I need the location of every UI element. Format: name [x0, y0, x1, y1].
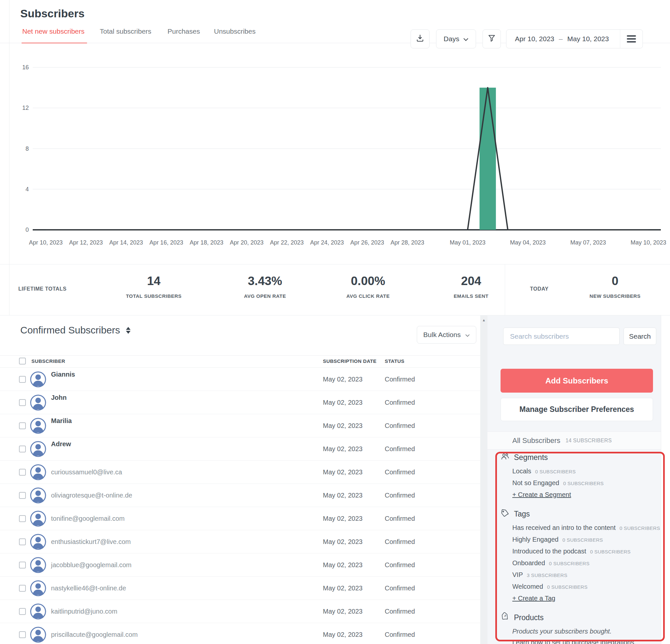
all-subscribers-label: All Subscribers — [512, 436, 560, 445]
select-all-checkbox[interactable] — [19, 358, 26, 365]
table-row[interactable]: JohnMay 02, 2023Confirmed — [0, 391, 480, 414]
table-row[interactable]: MariliaMay 02, 2023Confirmed — [0, 414, 480, 437]
table-row[interactable]: oliviagrotesque@t-online.deMay 02, 2023C… — [0, 484, 480, 507]
avatar — [30, 534, 46, 550]
tag-item[interactable]: VIP3 SUBSCRIBERS — [512, 569, 651, 581]
row-checkbox[interactable] — [19, 422, 26, 429]
subscription-date: May 02, 2023 — [323, 484, 362, 507]
subscriber-name[interactable]: Giannis — [51, 368, 75, 391]
tab-net-new-subscribers[interactable]: Net new subscribers — [22, 27, 84, 43]
tags-list: Has received an intro to the content0 SU… — [500, 522, 651, 593]
stat-value: 0.00% — [319, 274, 417, 288]
row-checkbox[interactable] — [19, 538, 26, 545]
stat-value: 3.43% — [216, 274, 314, 288]
table-row[interactable]: curioussamuel0@live.caMay 02, 2023Confir… — [0, 461, 480, 484]
x-axis-tick: May 07, 2023 — [570, 239, 606, 246]
tab-purchases[interactable]: Purchases — [168, 27, 200, 43]
subscriber-name[interactable]: priscillacute@googlemail.com — [51, 623, 138, 644]
col-subscriber: SUBSCRIBER — [31, 358, 65, 364]
download-button[interactable] — [411, 29, 430, 49]
table-row[interactable]: AdrewMay 02, 2023Confirmed — [0, 437, 480, 461]
tag-item-label[interactable]: Introduced to the podcast — [512, 548, 586, 555]
subscriber-name[interactable]: John — [51, 391, 67, 414]
row-checkbox[interactable] — [19, 492, 26, 499]
subscriber-name[interactable]: Marilia — [51, 414, 72, 437]
add-subscribers-button[interactable]: Add Subscribers — [500, 369, 653, 393]
table-row[interactable]: tonifine@googlemail.comMay 02, 2023Confi… — [0, 507, 480, 530]
status-value: Confirmed — [385, 553, 415, 577]
status-value: Confirmed — [385, 507, 415, 530]
interval-dropdown[interactable]: Days — [436, 29, 476, 49]
tag-item[interactable]: Has received an intro to the content0 SU… — [512, 522, 651, 534]
table-row[interactable]: kaitlinputrid@juno.comMay 02, 2023Confir… — [0, 600, 480, 623]
today-label: TODAY — [530, 286, 549, 292]
table-row[interactable]: nastykellie46@t-online.deMay 02, 2023Con… — [0, 577, 480, 600]
segment-item[interactable]: Not so Engaged0 SUBSCRIBERS — [512, 477, 651, 489]
row-checkbox[interactable] — [19, 515, 26, 522]
create-tag-link[interactable]: + Create a Tag — [512, 593, 555, 604]
table-scrollbar[interactable]: ▲ — [480, 315, 487, 644]
filter-button[interactable] — [483, 29, 501, 49]
tag-item-label[interactable]: Highly Engaged — [512, 536, 559, 543]
sort-icon[interactable] — [126, 327, 131, 334]
subscriber-name[interactable]: tonifine@googlemail.com — [51, 507, 125, 530]
subscriber-name[interactable]: jacobblue@googlemail.com — [51, 553, 132, 577]
all-subscribers-item[interactable]: All Subscribers 14 SUBSCRIBERS — [487, 431, 661, 450]
bulk-actions-dropdown[interactable]: Bulk Actions — [417, 326, 476, 344]
table-row[interactable]: GiannisMay 02, 2023Confirmed — [0, 368, 480, 391]
tag-item-label[interactable]: VIP — [512, 571, 523, 578]
row-checkbox[interactable] — [19, 608, 26, 615]
purchase-integrations-link[interactable]: Learn how to set up purchase integration… — [512, 639, 636, 644]
date-range-picker[interactable]: Apr 10, 2023 – May 10, 2023 — [506, 29, 643, 49]
row-checkbox[interactable] — [19, 631, 26, 638]
row-checkbox[interactable] — [19, 469, 26, 476]
products-section: $ Products Products your subscribers bou… — [500, 612, 651, 644]
create-segment-link[interactable]: + Create a Segment — [512, 489, 571, 500]
row-checkbox[interactable] — [19, 446, 26, 452]
subscriber-name[interactable]: Adrew — [51, 437, 71, 461]
avatar — [30, 511, 46, 526]
chart-bar[interactable] — [480, 87, 496, 230]
manage-subscriber-preferences-button[interactable]: Manage Subscriber Preferences — [500, 398, 653, 421]
stat-total-subscribers: 14 TOTAL SUBSCRIBERS — [105, 274, 203, 299]
page-scrollbar[interactable] — [661, 315, 670, 644]
x-axis-tick: Apr 16, 2023 — [149, 239, 183, 246]
products-title: Products — [514, 613, 544, 622]
row-checkbox[interactable] — [19, 376, 26, 383]
scroll-up-icon[interactable]: ▲ — [480, 318, 487, 322]
search-input[interactable] — [503, 328, 620, 345]
tag-item[interactable]: Welcomed0 SUBSCRIBERS — [512, 581, 651, 593]
avatar — [30, 603, 46, 619]
avatar — [30, 557, 46, 573]
row-checkbox[interactable] — [19, 585, 26, 592]
tag-item-label[interactable]: Onboarded — [512, 559, 545, 566]
tab-total-subscribers[interactable]: Total subscribers — [100, 27, 151, 43]
tag-item[interactable]: Onboarded0 SUBSCRIBERS — [512, 557, 651, 569]
subscriber-name[interactable]: nastykellie46@t-online.de — [51, 577, 126, 600]
search-button[interactable]: Search — [624, 328, 656, 345]
row-checkbox[interactable] — [19, 399, 26, 406]
menu-icon[interactable] — [627, 35, 636, 42]
status-value: Confirmed — [385, 600, 415, 623]
tab-unsubscribes[interactable]: Unsubscribes — [214, 27, 255, 43]
table-row[interactable]: priscillacute@googlemail.comMay 02, 2023… — [0, 623, 480, 644]
subscriber-name[interactable]: kaitlinputrid@juno.com — [51, 600, 118, 623]
tag-item-count: 0 SUBSCRIBERS — [547, 584, 588, 590]
table-row[interactable]: enthusiastickurt7@live.comMay 02, 2023Co… — [0, 530, 480, 553]
segment-item-label[interactable]: Not so Engaged — [512, 479, 559, 487]
tag-item-label[interactable]: Has received an intro to the content — [512, 524, 616, 531]
tag-item[interactable]: Highly Engaged0 SUBSCRIBERS — [512, 534, 651, 546]
subscription-date: May 02, 2023 — [323, 461, 362, 484]
tag-icon — [500, 509, 509, 519]
segment-item[interactable]: Locals0 SUBSCRIBERS — [512, 466, 651, 477]
subscriber-name[interactable]: enthusiastickurt7@live.com — [51, 530, 131, 553]
row-checkbox[interactable] — [19, 562, 26, 568]
segment-item-label[interactable]: Locals — [512, 467, 531, 475]
table-row[interactable]: jacobblue@googlemail.comMay 02, 2023Conf… — [0, 553, 480, 577]
subscriber-name[interactable]: curioussamuel0@live.ca — [51, 461, 122, 484]
segments-title: Segments — [514, 453, 548, 462]
tag-item-label[interactable]: Welcomed — [512, 583, 543, 590]
avatar — [30, 580, 46, 596]
tag-item[interactable]: Introduced to the podcast0 SUBSCRIBERS — [512, 546, 651, 557]
subscriber-name[interactable]: oliviagrotesque@t-online.de — [51, 484, 132, 507]
